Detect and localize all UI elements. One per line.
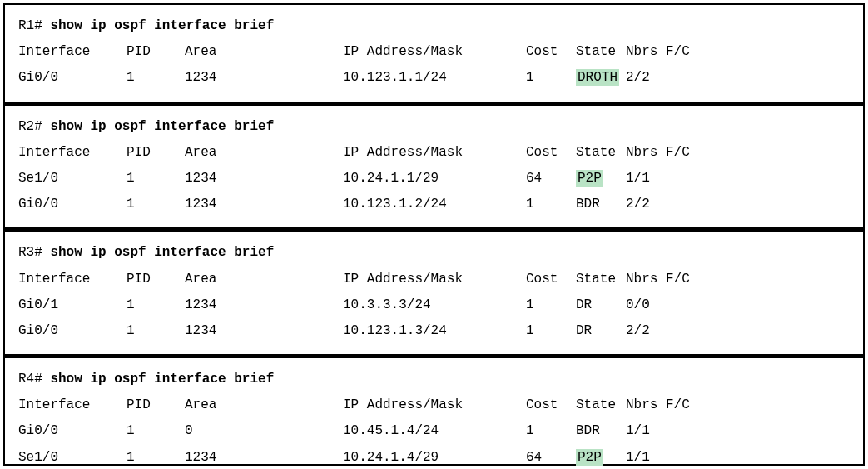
cell-cost: 1 [526,418,576,444]
col-header-cost: Cost [526,140,576,166]
terminal-output-box: R1# show ip ospf interface brief Interfa… [3,3,865,466]
router-block-r2: R2# show ip ospf interface brief Interfa… [5,106,863,228]
cell-cost: 64 [526,166,576,192]
table-row: Gi0/0 1 1234 10.123.1.1/24 1 DROTH 2/2 [18,65,850,91]
table-row: Gi0/1 1 1234 10.3.3.3/24 1 DR 0/0 [18,292,850,318]
col-header-pid: PID [126,267,185,292]
cell-interface: Se1/0 [18,166,126,192]
cell-cost: 64 [526,445,576,469]
cell-pid: 1 [126,418,185,444]
router-block-r1: R1# show ip ospf interface brief Interfa… [5,5,863,102]
header-row: Interface PID Area IP Address/Mask Cost … [18,392,850,418]
col-header-pid: PID [126,39,185,65]
cell-area: 0 [185,418,343,444]
prompt: R4# [18,372,50,387]
table-row: Gi0/0 1 1234 10.123.1.2/24 1 BDR 2/2 [18,192,850,217]
table-row: Se1/0 1 1234 10.24.1.1/29 64 P2P 1/1 [18,166,850,192]
cell-cost: 1 [526,192,576,217]
table-row: Se1/0 1 1234 10.24.1.4/29 64 P2P 1/1 [18,445,850,469]
cell-interface: Gi0/0 [18,418,126,444]
cell-pid: 1 [126,318,185,344]
cell-ip: 10.24.1.4/29 [343,445,526,469]
col-header-nbrs: Nbrs F/C [626,140,701,166]
prompt: R3# [18,245,50,260]
command-text: show ip ospf interface brief [50,18,274,33]
col-header-area: Area [185,267,343,292]
cell-area: 1234 [185,166,343,192]
col-header-nbrs: Nbrs F/C [626,392,701,418]
cell-nbrs: 1/1 [626,418,701,444]
col-header-area: Area [185,39,343,65]
col-header-ip: IP Address/Mask [343,39,526,65]
cell-state: P2P [576,445,626,469]
table-row: Gi0/0 1 1234 10.123.1.3/24 1 DR 2/2 [18,318,850,344]
col-header-pid: PID [126,140,185,166]
col-header-cost: Cost [526,39,576,65]
cell-nbrs: 2/2 [626,192,701,217]
cell-cost: 1 [526,65,576,91]
cell-state: BDR [576,418,626,444]
header-row: Interface PID Area IP Address/Mask Cost … [18,39,850,65]
table-row: Gi0/0 1 0 10.45.1.4/24 1 BDR 1/1 [18,418,850,444]
col-header-interface: Interface [18,267,126,292]
col-header-area: Area [185,140,343,166]
cell-interface: Gi0/0 [18,65,126,91]
cell-cost: 1 [526,318,576,344]
command-text: show ip ospf interface brief [50,119,274,134]
state-highlight: P2P [576,449,603,466]
cell-ip: 10.123.1.3/24 [343,318,526,344]
col-header-nbrs: Nbrs F/C [626,39,701,65]
prompt: R1# [18,18,50,33]
cell-pid: 1 [126,292,185,318]
cell-interface: Gi0/0 [18,318,126,344]
cell-pid: 1 [126,166,185,192]
command-line: R3# show ip ospf interface brief [18,240,850,266]
cell-cost: 1 [526,292,576,318]
command-line: R4# show ip ospf interface brief [18,367,850,392]
cell-ip: 10.123.1.2/24 [343,192,526,217]
cell-area: 1234 [185,292,343,318]
state-highlight: P2P [576,170,603,187]
cell-state: DR [576,292,626,318]
col-header-state: State [576,267,626,292]
cell-ip: 10.123.1.1/24 [343,65,526,91]
cell-state: DROTH [576,65,626,91]
command-line: R2# show ip ospf interface brief [18,114,850,140]
col-header-ip: IP Address/Mask [343,267,526,292]
router-block-r4: R4# show ip ospf interface brief Interfa… [5,358,863,469]
col-header-cost: Cost [526,267,576,292]
cell-area: 1234 [185,445,343,469]
col-header-interface: Interface [18,140,126,166]
state-highlight: DROTH [576,69,619,86]
command-text: show ip ospf interface brief [50,245,274,260]
cell-nbrs: 1/1 [626,166,701,192]
col-header-state: State [576,39,626,65]
col-header-area: Area [185,392,343,418]
cell-ip: 10.24.1.1/29 [343,166,526,192]
header-row: Interface PID Area IP Address/Mask Cost … [18,140,850,166]
cell-ip: 10.45.1.4/24 [343,418,526,444]
command-line: R1# show ip ospf interface brief [18,13,850,39]
col-header-pid: PID [126,392,185,418]
col-header-cost: Cost [526,392,576,418]
cell-interface: Gi0/0 [18,192,126,217]
cell-nbrs: 0/0 [626,292,701,318]
cell-nbrs: 2/2 [626,318,701,344]
cell-nbrs: 1/1 [626,445,701,469]
command-text: show ip ospf interface brief [50,372,274,387]
col-header-interface: Interface [18,392,126,418]
router-block-r3: R3# show ip ospf interface brief Interfa… [5,232,863,354]
header-row: Interface PID Area IP Address/Mask Cost … [18,267,850,292]
cell-area: 1234 [185,192,343,217]
cell-ip: 10.3.3.3/24 [343,292,526,318]
cell-state: BDR [576,192,626,217]
cell-pid: 1 [126,192,185,217]
cell-interface: Se1/0 [18,445,126,469]
cell-interface: Gi0/1 [18,292,126,318]
col-header-state: State [576,392,626,418]
col-header-ip: IP Address/Mask [343,140,526,166]
cell-area: 1234 [185,318,343,344]
cell-pid: 1 [126,65,185,91]
col-header-state: State [576,140,626,166]
cell-area: 1234 [185,65,343,91]
